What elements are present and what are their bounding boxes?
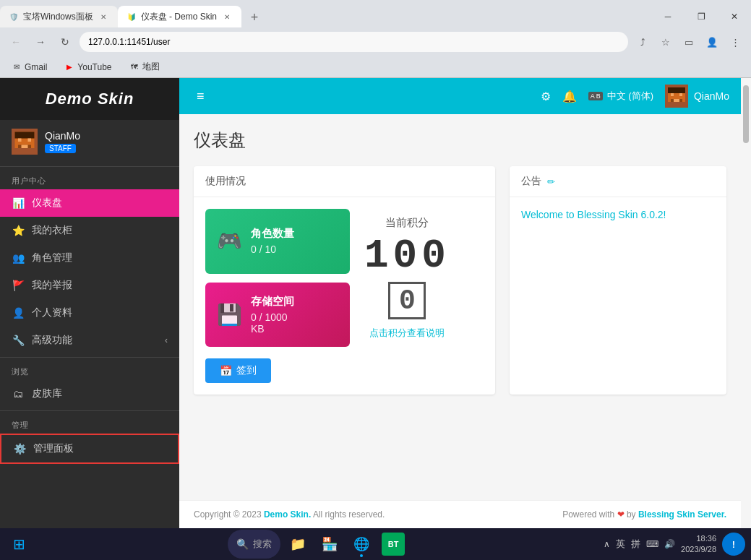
tab-1[interactable]: 🛡️ 宝塔Windows面板 ✕ xyxy=(0,6,118,27)
points-explanation-link[interactable]: 点击积分查看说明 xyxy=(369,327,445,340)
notification-icon[interactable]: 🔔 xyxy=(562,90,577,103)
bookmark-maps-label: 地图 xyxy=(142,61,160,73)
search-icon: 🔍 xyxy=(236,538,249,550)
taskbar-item-explorer[interactable]: 📁 xyxy=(283,530,312,559)
scrollbar-thumb[interactable] xyxy=(743,85,749,143)
footer-brand-link[interactable]: Demo Skin. xyxy=(264,509,311,520)
notification-center-button[interactable]: ! xyxy=(722,533,745,556)
sidebar-item-skinlibrary[interactable]: 🗂 皮肤库 xyxy=(0,380,179,408)
navbar-avatar xyxy=(665,85,688,108)
taskbar-item-chrome[interactable]: 🌐 xyxy=(347,530,376,559)
youtube-icon: ▶ xyxy=(64,62,74,72)
reports-icon: 🚩 xyxy=(12,280,25,291)
usage-inner: 🎮 角色数量 0 / 10 💾 xyxy=(205,209,484,347)
bookmark-gmail[interactable]: ✉ Gmail xyxy=(6,61,53,74)
store-icon: 🏪 xyxy=(322,536,338,552)
taskbar: ⊞ 🔍 搜索 📁 🏪 🌐 BT ∧ 英 拼 ⌨ 🔊 xyxy=(0,528,751,560)
tab-2-close[interactable]: ✕ xyxy=(221,11,233,22)
settings-icon[interactable]: ⚙ xyxy=(541,90,551,103)
svg-rect-4 xyxy=(28,139,32,142)
refresh-button[interactable]: ↻ xyxy=(55,32,75,52)
navbar-actions: ⚙ 🔔 A B 中文 (简体) xyxy=(541,85,729,108)
footer-powered: Powered with ❤ by Blessing Skin Server. xyxy=(562,509,726,520)
checkin-button[interactable]: 📅 签到 xyxy=(205,358,271,383)
top-navbar: ≡ ⚙ 🔔 A B 中文 (简体) xyxy=(179,78,741,114)
sidebar-item-profile[interactable]: 👤 个人资料 xyxy=(0,299,179,327)
address-input[interactable] xyxy=(80,32,628,52)
announcement-content[interactable]: Welcome to Blessing Skin 6.0.2! xyxy=(521,209,666,220)
tab-2[interactable]: 🔰 仪表盘 - Demo Skin ✕ xyxy=(118,6,241,27)
sidebar-item-advanced[interactable]: 🔧 高级功能 ‹ xyxy=(0,327,179,354)
edit-icon[interactable]: ✏ xyxy=(547,176,555,187)
language-selector[interactable]: A B 中文 (简体) xyxy=(588,90,653,103)
bookmark-maps[interactable]: 🗺 地图 xyxy=(124,59,166,74)
dashboard-icon: 📊 xyxy=(12,197,25,209)
tab-2-title: 仪表盘 - Demo Skin xyxy=(141,11,217,23)
advanced-icon: 🔧 xyxy=(12,335,25,346)
clock-time: 18:36 xyxy=(681,533,716,544)
svg-rect-2 xyxy=(15,132,35,139)
back-button[interactable]: ← xyxy=(6,32,26,52)
section-title-admin: 管理 xyxy=(0,414,179,434)
storage-info: 存储空间 0 / 1000 KB xyxy=(251,295,338,335)
sidebar-item-wardrobe[interactable]: ⭐ 我的衣柜 xyxy=(0,217,179,244)
close-button[interactable]: ✕ xyxy=(718,6,751,27)
usage-header-text: 使用情况 xyxy=(205,175,246,188)
tab-1-favicon: 🛡️ xyxy=(9,12,19,22)
announcement-header: 公告 ✏ xyxy=(510,166,726,197)
taskbar-item-bt[interactable]: BT xyxy=(379,530,408,559)
character-title: 角色数量 xyxy=(251,227,338,241)
section-title-browse: 浏览 xyxy=(0,361,179,380)
dashboard-label: 仪表盘 xyxy=(32,197,168,210)
profile-button[interactable]: 👤 xyxy=(702,32,722,52)
maximize-button[interactable]: ❐ xyxy=(685,6,718,27)
sidebar-item-reports[interactable]: 🚩 我的举报 xyxy=(0,272,179,299)
reports-label: 我的举报 xyxy=(32,279,168,292)
wardrobe-icon: ⭐ xyxy=(12,225,25,236)
start-button[interactable]: ⊞ xyxy=(6,531,32,557)
checkin-icon: 📅 xyxy=(220,365,232,376)
bookmark-youtube-label: YouTube xyxy=(77,62,111,72)
sidebar-item-characters[interactable]: 👥 角色管理 xyxy=(0,244,179,272)
wardrobe-label: 我的衣柜 xyxy=(32,224,168,237)
svg-rect-13 xyxy=(674,99,679,102)
clock-date: 2023/9/28 xyxy=(681,544,716,555)
taskbar-search[interactable]: 🔍 搜索 xyxy=(228,530,280,559)
bookmark-gmail-label: Gmail xyxy=(25,62,47,72)
speaker-icon[interactable]: 🔊 xyxy=(664,539,675,549)
profile-label: 个人资料 xyxy=(32,306,168,319)
usage-stats: 🎮 角色数量 0 / 10 💾 xyxy=(205,209,350,347)
lang-ab-icon: A B xyxy=(588,92,603,100)
more-button[interactable]: ⋮ xyxy=(725,32,745,52)
forward-button[interactable]: → xyxy=(30,32,51,52)
page-content: 仪表盘 使用情况 🎮 xyxy=(179,114,741,500)
taskbar-item-store[interactable]: 🏪 xyxy=(315,530,344,559)
points-value: 100 xyxy=(364,236,450,276)
svg-rect-6 xyxy=(22,145,28,149)
sidebar-brand: Demo Skin xyxy=(0,78,179,120)
divider-2 xyxy=(0,357,179,358)
sidebar-item-dashboard[interactable]: 📊 仪表盘 xyxy=(0,189,179,217)
system-clock[interactable]: 18:36 2023/9/28 xyxy=(681,533,716,556)
expand-systray-button[interactable]: ∧ xyxy=(604,539,610,549)
search-placeholder: 搜索 xyxy=(253,538,272,551)
footer: Copyright © 2023 Demo Skin. All rights r… xyxy=(179,500,741,528)
sidebar-item-adminpanel[interactable]: ⚙️ 管理面板 xyxy=(0,434,179,464)
sidebar-button[interactable]: ▭ xyxy=(679,32,699,52)
bookmark-youtube[interactable]: ▶ YouTube xyxy=(59,61,117,74)
bookmark-button[interactable]: ☆ xyxy=(656,32,676,52)
share-button[interactable]: ⤴ xyxy=(632,32,653,52)
tab-1-close[interactable]: ✕ xyxy=(98,11,109,22)
user-info: QianMo STAFF xyxy=(45,130,80,153)
minimize-button[interactable]: ─ xyxy=(651,6,685,27)
announcement-title: 公告 xyxy=(521,175,541,188)
tab-1-title: 宝塔Windows面板 xyxy=(23,11,93,23)
svg-rect-3 xyxy=(18,139,22,142)
brand-text: Demo Skin xyxy=(46,90,134,108)
blessing-skin-link[interactable]: Blessing Skin Server. xyxy=(638,509,726,520)
keyboard-icon: ⌨ xyxy=(646,539,658,549)
new-tab-button[interactable]: + xyxy=(244,7,265,27)
navbar-user[interactable]: QianMo xyxy=(665,85,729,108)
sidebar: Demo Skin QianMo STAFF xyxy=(0,78,179,528)
navbar-toggle-button[interactable]: ≡ xyxy=(191,83,210,110)
